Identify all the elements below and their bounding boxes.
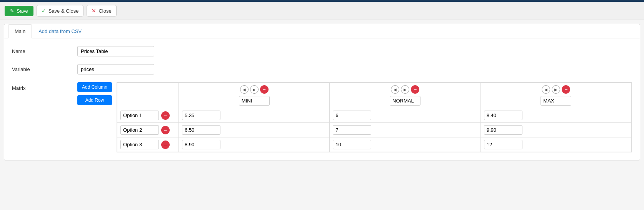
cell-1-1-input[interactable]: [333, 125, 371, 135]
row-0-label-input[interactable]: [120, 111, 159, 120]
table-row: −: [117, 108, 632, 123]
matrix-section: Matrix Add Column Add Row: [12, 82, 632, 152]
name-input[interactable]: [77, 46, 154, 56]
cell-2-0: [179, 137, 330, 152]
add-column-button[interactable]: Add Column: [77, 82, 112, 92]
variable-row: Variable: [12, 64, 632, 74]
add-column-label: Add Column: [82, 84, 107, 90]
col2-name-input[interactable]: [390, 96, 420, 106]
cell-1-0-input[interactable]: [182, 125, 220, 135]
cell-2-2-input[interactable]: [484, 140, 522, 149]
tab-main[interactable]: Main: [8, 24, 32, 38]
col3-remove-button[interactable]: −: [562, 85, 570, 94]
cell-0-1: [330, 108, 480, 123]
cell-1-0: [179, 123, 330, 137]
col3-next-button[interactable]: ▶: [552, 85, 560, 94]
save-button[interactable]: ✎ Save: [5, 6, 33, 16]
row-label-cell-0: −: [117, 108, 179, 123]
save-close-button[interactable]: ✓ Save & Close: [37, 5, 84, 17]
col1-remove-button[interactable]: −: [260, 85, 269, 94]
cell-1-2-input[interactable]: [484, 125, 522, 135]
toolbar: ✎ Save ✓ Save & Close ✕ Close: [0, 2, 644, 20]
name-row: Name: [12, 46, 632, 56]
name-label: Name: [12, 48, 77, 54]
col2-prev-button[interactable]: ◀: [391, 85, 399, 94]
matrix-table: ◀ ▶ − ◀ ▶ −: [117, 83, 632, 152]
x-icon: ✕: [92, 8, 96, 14]
col2-next-button[interactable]: ▶: [401, 85, 409, 94]
save-label: Save: [17, 8, 28, 14]
cell-0-1-input[interactable]: [333, 111, 371, 120]
form-area: Name Variable Matrix Add Column Add Row: [4, 38, 640, 160]
cell-2-2: [480, 137, 631, 152]
cell-2-1: [330, 137, 480, 152]
col-nav-1: ◀ ▶ −: [182, 85, 326, 94]
row-1-label-input[interactable]: [120, 125, 159, 135]
col1-prev-button[interactable]: ◀: [240, 85, 249, 94]
cell-2-0-input[interactable]: [182, 140, 220, 149]
edit-icon: ✎: [10, 8, 14, 14]
save-close-label: Save & Close: [48, 8, 79, 14]
col2-remove-button[interactable]: −: [411, 85, 419, 94]
col-header-1: ◀ ▶ −: [179, 83, 330, 108]
corner-cell: [117, 83, 179, 108]
row-label-cell-2: −: [117, 137, 179, 152]
variable-label: Variable: [12, 66, 77, 72]
cell-0-2-input[interactable]: [484, 111, 522, 120]
row-label-cell-1: −: [117, 123, 179, 137]
check-icon: ✓: [42, 8, 46, 14]
tab-csv[interactable]: Add data from CSV: [32, 24, 88, 38]
cell-2-1-input[interactable]: [333, 140, 371, 149]
cell-0-2: [480, 108, 631, 123]
matrix-label: Matrix: [12, 82, 77, 91]
variable-input[interactable]: [77, 64, 154, 74]
col1-next-button[interactable]: ▶: [250, 85, 259, 94]
table-row: −: [117, 123, 632, 137]
col-header-2: ◀ ▶ −: [330, 83, 480, 108]
close-button[interactable]: ✕ Close: [87, 5, 116, 17]
row-2-label-input[interactable]: [120, 140, 159, 149]
col-nav-2: ◀ ▶ −: [333, 85, 477, 94]
row-1-remove-button[interactable]: −: [161, 126, 170, 134]
col1-name-input[interactable]: [239, 96, 270, 106]
row-2-remove-button[interactable]: −: [161, 141, 170, 149]
header-row: ◀ ▶ − ◀ ▶ −: [117, 83, 632, 108]
cell-0-0-input[interactable]: [182, 111, 220, 120]
matrix-table-wrapper: ◀ ▶ − ◀ ▶ −: [117, 82, 632, 152]
table-row: −: [117, 137, 632, 152]
content-area: Main Add data from CSV Name Variable Mat…: [4, 24, 640, 160]
add-row-label: Add Row: [85, 98, 104, 103]
col-header-3: ◀ ▶ −: [480, 83, 631, 108]
close-label: Close: [98, 8, 111, 14]
cell-1-1: [330, 123, 480, 137]
col3-name-input[interactable]: [541, 96, 571, 106]
cell-1-2: [480, 123, 631, 137]
cell-0-0: [179, 108, 330, 123]
add-row-button[interactable]: Add Row: [77, 95, 112, 105]
row-0-remove-button[interactable]: −: [161, 111, 170, 120]
matrix-controls: Add Column Add Row: [77, 82, 112, 105]
col3-prev-button[interactable]: ◀: [542, 85, 550, 94]
tab-bar: Main Add data from CSV: [4, 24, 640, 38]
col-nav-3: ◀ ▶ −: [484, 85, 628, 94]
